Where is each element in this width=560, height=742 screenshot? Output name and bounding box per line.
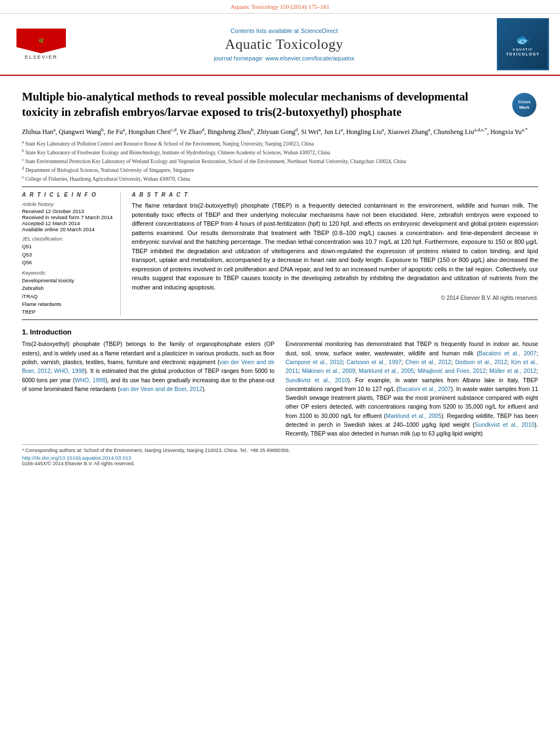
- received-date: Received 12 October 2013: [22, 208, 115, 214]
- article-title: Multiple bio-analytical methods to revea…: [22, 89, 504, 120]
- ref-van-der-veen-2012b[interactable]: van der Veen and de Boer, 2012: [120, 386, 203, 392]
- journal-title-center: Contents lists available at ScienceDirec…: [71, 27, 497, 62]
- abstract-title: A B S T R A C T: [132, 192, 538, 198]
- ref-moller-2012[interactable]: Möller et al., 2012: [489, 367, 536, 374]
- crossmark-icon: CrossMark: [512, 93, 536, 117]
- fish-icon: 🐟: [516, 32, 531, 47]
- affiliations: a State Key Laboratory of Pollution Cont…: [22, 140, 538, 183]
- ref-campone-2010[interactable]: Campone et al., 2010: [285, 359, 343, 365]
- ref-who-1998[interactable]: WHO, 1998: [54, 367, 85, 374]
- logo-text-toxicology: TOXICOLOGY: [506, 52, 540, 56]
- info-abstract-section: A R T I C L E I N F O Article history: R…: [22, 192, 538, 316]
- footer-note: * Corresponding authors at: School of th…: [22, 444, 538, 466]
- logo-text-aquatic: AQUATIC: [513, 48, 533, 52]
- section1-col2: Environmental monitoring has demonstrate…: [285, 339, 538, 438]
- affiliation-c: State Environmental Protection Key Labor…: [25, 159, 406, 164]
- main-content: Multiple bio-analytical methods to revea…: [0, 76, 560, 475]
- corresponding-note: * Corresponding authors at: School of th…: [22, 448, 538, 453]
- ref-sundkvist-2010b[interactable]: Sundkvist et al., 2010: [475, 421, 535, 428]
- ref-makinen-2009[interactable]: Mäkinen et al., 2009: [302, 367, 355, 374]
- affiliation-d: Department of Biological Sciences, Natio…: [25, 168, 194, 173]
- copyright-line: © 2014 Elsevier B.V. All rights reserved…: [132, 295, 538, 301]
- elsevier-label: ELSEVIER: [25, 54, 58, 60]
- available-date: Available online 20 March 2014: [22, 226, 115, 232]
- section1-heading: 1. Introduction: [22, 328, 538, 336]
- jel-label: JEL classification:: [22, 236, 115, 242]
- ref-chen-2012[interactable]: Chen et al., 2012: [405, 359, 451, 365]
- footer-issn: 0166-445X/© 2014 Elsevier B.V. All right…: [22, 461, 538, 466]
- abstract-text: The flame retardant tris(2-butoxyethyl) …: [132, 201, 538, 292]
- elsevier-logo-graphic: 🌿: [16, 29, 66, 53]
- history-label: Article history:: [22, 201, 115, 207]
- ref-bacaloni-2007b[interactable]: Bacaloni et al., 2007: [398, 386, 451, 392]
- accepted-date: Accepted 12 March 2014: [22, 220, 115, 226]
- ref-dodson-2012[interactable]: Dodson et al., 2012: [455, 359, 507, 365]
- journal-header: 🌿 ELSEVIER Contents lists available at S…: [0, 14, 560, 76]
- affiliation-a: State Key Laboratory of Pollution Contro…: [25, 141, 314, 147]
- divider-top: [22, 186, 538, 187]
- ref-who-1998b[interactable]: WHO, 1998: [75, 377, 105, 383]
- ref-bacaloni-2007[interactable]: Bacaloni et al., 2007: [479, 350, 536, 356]
- ref-mihajlovic-2012[interactable]: Mihajlović and Fries, 2012: [417, 367, 485, 374]
- article-title-section: Multiple bio-analytical methods to revea…: [22, 85, 538, 120]
- article-info-col: A R T I C L E I N F O Article history: R…: [22, 192, 121, 316]
- homepage-url[interactable]: www.elsevier.com/locate/aquatox: [266, 55, 355, 62]
- contents-line: Contents lists available at ScienceDirec…: [71, 27, 497, 34]
- divider-body: [22, 319, 538, 320]
- article-info-title: A R T I C L E I N F O: [22, 192, 115, 198]
- revised-date: Received in revised form 7 March 2014: [22, 214, 115, 220]
- footer-doi[interactable]: http://dx.doi.org/10.1016/j.aquatox.2014…: [22, 455, 538, 461]
- sciencedirect-link[interactable]: ScienceDirect: [300, 27, 338, 34]
- section1-col1: Tris(2-butoxyethyl) phosphate (TBEP) bel…: [22, 339, 275, 438]
- doi-header: Aquatic Toxicology 150 (2014) 175–181: [0, 0, 560, 14]
- ref-sundkvist-2010[interactable]: Sundkvist et al., 2010: [285, 377, 348, 383]
- affiliation-e: College of Fisheries, Huazhong Agricultu…: [25, 176, 190, 182]
- ref-marklund-2005b[interactable]: Marklund et al., 2005: [386, 412, 441, 419]
- crossmark-logo[interactable]: CrossMark: [511, 91, 538, 119]
- journal-logo-right: 🐟 AQUATIC TOXICOLOGY: [497, 18, 549, 70]
- journal-main-title: Aquatic Toxicology: [71, 36, 497, 53]
- ref-marklund-2005[interactable]: Marklund et al., 2005: [359, 367, 413, 374]
- abstract-col: A B S T R A C T The flame retardant tris…: [132, 192, 538, 316]
- keywords-label: Keywords:: [22, 270, 115, 276]
- jel-codes: Q51Q53Q56: [22, 243, 115, 266]
- section1: 1. Introduction Tris(2-butoxyethyl) phos…: [22, 328, 538, 438]
- homepage-line: journal homepage: www.elsevier.com/locat…: [71, 55, 497, 62]
- keywords-list: Developmental toxicityZebrafishiTRAQFlam…: [22, 277, 115, 316]
- ref-carlsson-1997[interactable]: Carlsson et al., 1997: [346, 359, 401, 365]
- elsevier-logo: 🌿 ELSEVIER: [11, 28, 71, 61]
- affiliation-b: State Key Laboratory of Freshwater Ecolo…: [25, 150, 330, 155]
- authors-line: Zhihua Hana, Qiangwei Wangb, Jie Fua, Ho…: [22, 126, 538, 137]
- section1-body: Tris(2-butoxyethyl) phosphate (TBEP) bel…: [22, 339, 538, 438]
